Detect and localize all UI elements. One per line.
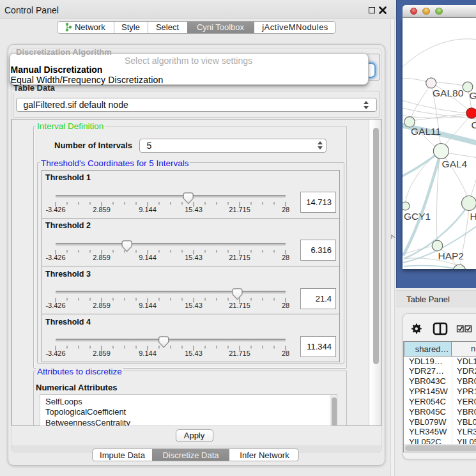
svg-text:15.43: 15.43 xyxy=(185,253,203,261)
svg-text:15.43: 15.43 xyxy=(185,349,203,357)
svg-text:-3.426: -3.426 xyxy=(45,205,65,213)
svg-text:9.144: 9.144 xyxy=(139,205,157,213)
svg-text:GAL80: GAL80 xyxy=(433,88,464,98)
svg-text:9.144: 9.144 xyxy=(139,302,157,309)
svg-text:-3.426: -3.426 xyxy=(45,349,65,357)
svg-text:28: 28 xyxy=(282,205,289,213)
svg-text:GCY1: GCY1 xyxy=(404,210,431,221)
svg-text:2.859: 2.859 xyxy=(93,349,111,357)
svg-text:HAP2: HAP2 xyxy=(438,250,464,261)
svg-text:9.144: 9.144 xyxy=(139,349,157,357)
svg-text:-3.426: -3.426 xyxy=(45,302,65,309)
svg-text:28: 28 xyxy=(282,349,289,357)
svg-text:15.43: 15.43 xyxy=(185,302,203,309)
svg-text:21.715: 21.715 xyxy=(229,349,250,357)
svg-text:21.715: 21.715 xyxy=(229,302,250,309)
svg-text:2.859: 2.859 xyxy=(93,302,111,309)
svg-text:2.859: 2.859 xyxy=(93,205,111,213)
svg-text:28: 28 xyxy=(282,253,289,261)
svg-text:CD: CD xyxy=(472,119,476,130)
svg-text:GAL4: GAL4 xyxy=(442,158,468,169)
svg-text:28: 28 xyxy=(282,302,289,309)
svg-text:2.859: 2.859 xyxy=(93,253,111,261)
svg-text:-3.426: -3.426 xyxy=(45,253,65,261)
svg-text:15.43: 15.43 xyxy=(185,205,203,213)
svg-text:GA: GA xyxy=(469,89,476,100)
svg-text:9.144: 9.144 xyxy=(139,253,157,261)
svg-text:21.715: 21.715 xyxy=(229,205,250,213)
svg-text:GAL11: GAL11 xyxy=(411,126,441,137)
svg-text:21.715: 21.715 xyxy=(229,253,250,261)
svg-text:HI: HI xyxy=(470,210,476,221)
